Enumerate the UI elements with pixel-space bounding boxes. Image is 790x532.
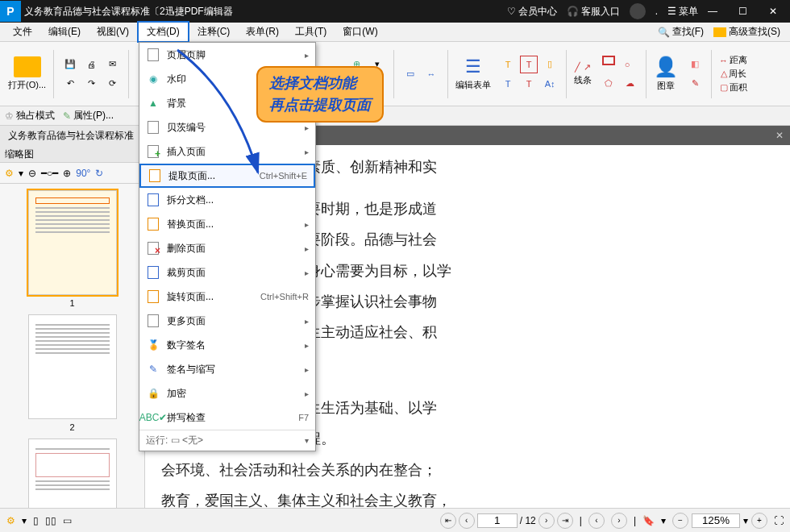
menu-edit[interactable]: 编辑(E) <box>40 23 89 41</box>
open-label: 打开(O)... <box>8 79 46 91</box>
menu-form[interactable]: 表单(R) <box>238 23 287 41</box>
prev-page-button[interactable]: ‹ <box>459 513 475 529</box>
title-bar: P 义务教育品德与社会课程标准〔2迅捷PDF编辑器 ♡ 会员中心 🎧 客服入口 … <box>0 0 790 23</box>
area-tool[interactable]: 面积 <box>730 81 747 94</box>
edit-form-group[interactable]: ☰ 编辑表单 <box>452 56 494 91</box>
gear-icon[interactable]: ⚙ <box>5 168 14 179</box>
first-page-button[interactable]: ⇤ <box>440 513 456 529</box>
second-toolbar: ♔独占模式 ✎属性(P)... <box>0 106 790 126</box>
close-button[interactable]: ✕ <box>769 6 790 17</box>
fit-page-icon[interactable]: ▭ <box>401 65 419 83</box>
underline-text-icon[interactable]: T <box>520 75 538 93</box>
zoom-out-thumb-icon[interactable]: ⊖ <box>28 168 36 179</box>
layout-facing-icon[interactable]: ▭ <box>63 515 72 526</box>
cloud-icon[interactable]: ☁ <box>621 75 638 93</box>
stamp-group[interactable]: 👤 图章 <box>651 56 681 92</box>
toolbar: 打开(O)... 💾🖨✉ ↶↷⟳ ⊕▾ ⊖ ▭↔ ☰ 编辑表单 TT▯ TTA↕… <box>0 42 790 106</box>
zoom-input[interactable] <box>692 513 740 528</box>
menu-header-footer[interactable]: 页眉页脚▸ <box>139 43 315 67</box>
main-menu-button[interactable]: ☰ 菜单 <box>667 5 698 19</box>
last-page-button[interactable]: ⇥ <box>557 513 573 529</box>
undo-icon[interactable]: ↶ <box>61 75 79 93</box>
menu-extract-page[interactable]: 提取页面...Ctrl+Shift+E <box>139 164 315 188</box>
tab-close-icon[interactable]: ✕ <box>769 130 790 141</box>
app-logo: P <box>0 1 21 22</box>
annotation-callout: 选择文档功能 再点击提取页面 <box>256 66 384 123</box>
avatar[interactable] <box>630 3 646 19</box>
nav-back-button[interactable]: ‹ <box>588 513 605 529</box>
menu-run-row[interactable]: 运行: ▭ <无>▾ <box>139 430 315 451</box>
zoom-in-button[interactable]: + <box>751 513 767 529</box>
print-icon[interactable]: 🖨 <box>82 56 100 73</box>
menu-delete-page[interactable]: 删除页面▸ <box>139 236 315 260</box>
pencil-icon[interactable]: ✎ <box>686 75 704 93</box>
open-folder-icon <box>14 56 41 77</box>
maximize-button[interactable]: ☐ <box>738 6 759 17</box>
eraser-icon[interactable]: ◧ <box>686 56 704 73</box>
edit-text-icon[interactable]: T <box>499 75 517 93</box>
thumbnail-page-3[interactable] <box>28 438 117 508</box>
menu-rotate-page[interactable]: 旋转页面...Ctrl+Shift+R <box>139 285 315 309</box>
circle-icon[interactable]: ○ <box>618 56 636 73</box>
menu-file[interactable]: 文件 <box>5 23 40 41</box>
fit-width-icon[interactable]: ↔ <box>422 65 440 83</box>
menu-more-pages[interactable]: 更多页面▸ <box>139 309 315 333</box>
open-group[interactable]: 打开(O)... <box>5 56 49 91</box>
refresh-icon[interactable]: ⟳ <box>103 75 121 93</box>
textbox-icon[interactable]: T <box>520 56 538 73</box>
lines-group[interactable]: ╱ ↗ 线条 <box>571 62 595 86</box>
rotate-thumb[interactable]: 90° <box>76 168 90 179</box>
member-center-link[interactable]: ♡ 会员中心 <box>507 5 557 19</box>
save-icon[interactable]: 💾 <box>61 56 79 73</box>
form-icon: ☰ <box>465 56 481 77</box>
thumbnail-sidebar: 缩略图 ⚙▾ ⊖ ━○━ ⊕ 90° ↻ 1 2 3 <box>0 145 145 508</box>
thumbnail-page-2[interactable] <box>28 314 117 419</box>
menu-bar: 文件 编辑(E) 视图(V) 文档(D) 注释(C) 表单(R) 工具(T) 窗… <box>0 23 790 42</box>
menu-tool[interactable]: 工具(T) <box>287 23 335 41</box>
find-button[interactable]: 🔍 查找(F) <box>653 23 709 40</box>
redo-icon[interactable]: ↷ <box>82 75 100 93</box>
polygon-icon[interactable]: ⬠ <box>600 75 617 93</box>
stamp-icon: 👤 <box>654 56 678 78</box>
text-tool-icon[interactable]: T <box>499 56 517 73</box>
document-tab-bar: 义务教育品德与社会课程标准 ✕ <box>0 126 790 145</box>
advanced-find-button[interactable]: 高级查找(S) <box>709 23 785 40</box>
menu-insert-page[interactable]: 插入页面▸ <box>139 139 315 164</box>
font-height-icon[interactable]: A↕ <box>541 75 559 93</box>
properties-button[interactable]: ✎属性(P)... <box>63 109 114 123</box>
menu-replace-page[interactable]: 替换页面...▸ <box>139 212 315 236</box>
distance-tool[interactable]: 距离 <box>730 54 747 66</box>
menu-encrypt[interactable]: 🔒加密▸ <box>139 381 315 405</box>
bookmark-icon[interactable]: 🔖 <box>642 515 655 526</box>
window-title: 义务教育品德与社会课程标准〔2迅捷PDF编辑器 <box>24 5 507 19</box>
layout-continuous-icon[interactable]: ▯▯ <box>45 515 56 526</box>
page-input[interactable] <box>477 513 518 528</box>
highlight-icon[interactable]: ▯ <box>541 56 559 73</box>
menu-annotate[interactable]: 注释(C) <box>189 23 239 41</box>
menu-crop-page[interactable]: 裁剪页面▸ <box>139 260 315 285</box>
menu-document[interactable]: 文档(D) <box>137 21 189 43</box>
sidebar-title: 缩略图 <box>0 145 144 163</box>
fullscreen-icon[interactable]: ⛶ <box>774 515 784 526</box>
rect-icon[interactable] <box>602 56 615 65</box>
nav-fwd-button[interactable]: › <box>611 513 627 529</box>
mail-icon[interactable]: ✉ <box>103 56 121 73</box>
thumbnail-page-1[interactable] <box>28 190 117 295</box>
menu-sign-redact[interactable]: ✎签名与缩写▸ <box>139 357 315 381</box>
menu-window[interactable]: 窗口(W) <box>335 23 385 41</box>
next-page-button[interactable]: › <box>538 513 555 529</box>
menu-split-doc[interactable]: 拆分文档... <box>139 188 315 212</box>
menu-view[interactable]: 视图(V) <box>89 23 137 41</box>
support-link[interactable]: 🎧 客服入口 <box>567 5 620 19</box>
exclusive-mode-button[interactable]: ♔独占模式 <box>5 109 55 123</box>
menu-spell-check[interactable]: ABC✔拼写检查F7 <box>139 405 315 430</box>
status-gear-icon[interactable]: ⚙ <box>6 515 15 526</box>
zoom-in-thumb-icon[interactable]: ⊕ <box>63 168 71 179</box>
perimeter-tool[interactable]: 周长 <box>729 68 746 80</box>
minimize-button[interactable]: — <box>708 6 729 17</box>
layout-single-icon[interactable]: ▯ <box>33 515 39 526</box>
status-bar: ⚙▾ ▯ ▯▯ ▭ ⇤ ‹ / 12 › ⇥ | ‹ › | 🔖▾ − ▾ + … <box>0 508 790 532</box>
zoom-out-button[interactable]: − <box>672 513 688 529</box>
menu-digital-sign[interactable]: 🏅数字签名▸ <box>139 333 315 357</box>
document-tab[interactable]: 义务教育品德与社会课程标准 <box>0 126 142 145</box>
